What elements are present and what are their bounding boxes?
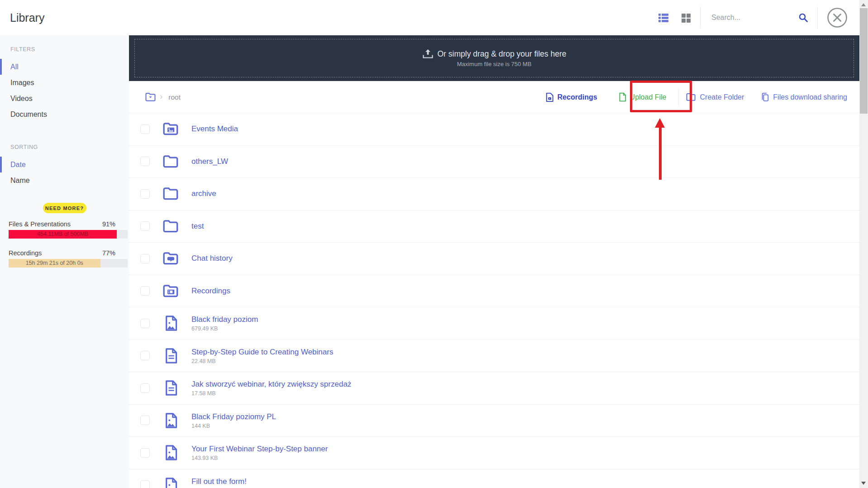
close-icon	[827, 7, 848, 28]
item-name-link[interactable]: Events Media	[191, 124, 238, 134]
item-size: 144 KB	[191, 422, 276, 429]
scrollbar-down-arrow-icon[interactable]	[861, 482, 866, 485]
drag-drop-text: Or simply drag & drop your files here	[438, 49, 567, 59]
item-name-link[interactable]: Jak stworzyć webinar, który zwiększy spr…	[191, 380, 351, 389]
item-name-link[interactable]: Recordings	[191, 287, 230, 296]
list-item[interactable]: Fill out the form! 30.78 KB	[129, 469, 859, 488]
create-folder-button[interactable]: Create Folder	[686, 93, 744, 101]
grid-view-toggle[interactable]	[681, 13, 691, 23]
sorting-section-title: SORTING	[0, 144, 129, 150]
usage-track: 454.11MB of 500MB	[9, 230, 128, 239]
scrollbar-up-arrow-icon[interactable]	[861, 3, 866, 6]
row-checkbox[interactable]	[140, 254, 150, 263]
row-checkbox[interactable]	[140, 319, 150, 328]
row-checkbox[interactable]	[140, 189, 150, 199]
scrollbar[interactable]	[859, 0, 868, 488]
usage-label: Files & Presentations	[9, 220, 71, 228]
item-name-link[interactable]: Step-by-Step Guide to Creating Webinars	[191, 347, 333, 356]
sort-item-name[interactable]: Name	[0, 172, 129, 188]
row-checkbox[interactable]	[140, 383, 150, 393]
files-download-sharing-button[interactable]: Files download sharing	[761, 92, 847, 102]
file-doc-icon	[163, 348, 179, 364]
folder-video-icon	[163, 283, 179, 299]
breadcrumb[interactable]: › root	[145, 81, 181, 113]
list-item[interactable]: Black Friday poziomy PL 144 KB	[129, 405, 859, 437]
list-item[interactable]: Recordings	[129, 275, 859, 308]
filter-item-all[interactable]: All	[0, 59, 129, 75]
scrollbar-thumb[interactable]	[860, 8, 868, 114]
list-item[interactable]: archive	[129, 178, 859, 211]
usage-track: 15h 29m 21s of 20h 0s	[9, 259, 128, 268]
list-item[interactable]: Your First Webinar Step-by-Step banner 1…	[129, 437, 859, 469]
list-item[interactable]: Jak stworzyć webinar, który zwiększy spr…	[129, 372, 859, 405]
drag-drop-dashed-border: Or simply drag & drop your files here Ma…	[134, 39, 854, 77]
filter-item-videos[interactable]: Videos	[0, 91, 129, 106]
close-button[interactable]	[827, 7, 848, 28]
row-checkbox[interactable]	[140, 221, 150, 231]
drag-drop-zone[interactable]: Or simply drag & drop your files here Ma…	[129, 35, 859, 81]
list-item[interactable]: test	[129, 211, 859, 243]
item-name-link[interactable]: Chat history	[191, 254, 233, 263]
item-size: 17.58 MB	[191, 390, 351, 397]
row-checkbox[interactable]	[140, 416, 150, 425]
file-list: Events Media others_LW archive test Chat…	[129, 113, 859, 488]
need-more-button[interactable]: NEED MORE?	[43, 203, 86, 213]
breadcrumb-folder-icon	[145, 92, 157, 102]
recordings-label: Recordings	[558, 93, 597, 101]
item-name-link[interactable]: Black Friday poziomy PL	[191, 412, 276, 421]
filter-item-label: Videos	[10, 95, 33, 102]
page-title: Library	[10, 0, 44, 35]
list-view-icon	[658, 13, 668, 23]
row-checkbox[interactable]	[140, 480, 150, 488]
folder-icon	[163, 219, 179, 234]
row-checkbox[interactable]	[140, 286, 150, 296]
filter-item-label: All	[10, 63, 19, 71]
upload-file-button[interactable]: Upload File	[619, 92, 667, 102]
search-button[interactable]	[798, 12, 809, 23]
upload-file-label: Upload File	[630, 93, 667, 101]
folder-icon	[163, 154, 179, 169]
filter-item-images[interactable]: Images	[0, 75, 129, 91]
folder-media-icon	[163, 121, 179, 137]
files-copy-icon	[761, 92, 769, 102]
list-item[interactable]: Chat history	[129, 243, 859, 275]
filters-section-title: FILTERS	[0, 46, 129, 53]
list-view-toggle[interactable]	[658, 13, 668, 23]
max-file-size-text: Maximum file size is 750 MB	[457, 61, 532, 67]
upload-file-icon	[619, 92, 626, 102]
row-checkbox[interactable]	[140, 157, 150, 166]
list-item[interactable]: others_LW	[129, 146, 859, 178]
storage-usage: Files & Presentations 91% 454.11MB of 50…	[9, 220, 128, 268]
create-folder-icon	[686, 93, 696, 101]
file-image-icon	[163, 413, 179, 428]
row-checkbox[interactable]	[140, 124, 150, 134]
item-name-link[interactable]: test	[191, 222, 204, 231]
list-item[interactable]: Black friday poziom 679.49 KB	[129, 307, 859, 340]
files-download-sharing-label: Files download sharing	[773, 93, 847, 101]
row-checkbox[interactable]	[140, 448, 150, 458]
list-item[interactable]: Step-by-Step Guide to Creating Webinars …	[129, 340, 859, 373]
sidebar: FILTERS AllImagesVideosDocuments SORTING…	[0, 35, 129, 488]
row-checkbox[interactable]	[140, 351, 150, 360]
item-name-link[interactable]: archive	[191, 189, 216, 198]
item-name-link[interactable]: Your First Webinar Step-by-Step banner	[191, 445, 328, 454]
item-name-link[interactable]: Fill out the form!	[191, 477, 247, 486]
toolbar-divider	[678, 88, 679, 106]
sort-item-date[interactable]: Date	[0, 157, 129, 172]
list-item[interactable]: Events Media	[129, 113, 859, 146]
header-divider	[817, 7, 818, 29]
usage-fill: 454.11MB of 500MB	[9, 230, 117, 239]
sorting-list: DateName	[0, 157, 129, 188]
folder-icon	[163, 186, 179, 201]
file-image-icon	[163, 478, 179, 488]
recordings-button[interactable]: Recordings	[545, 92, 597, 102]
item-name-link[interactable]: Black friday poziom	[191, 315, 258, 324]
usage-fill: 15h 29m 21s of 20h 0s	[9, 259, 100, 268]
file-doc-icon	[163, 380, 179, 396]
usage-percent: 91%	[102, 220, 115, 228]
filter-item-documents[interactable]: Documents	[0, 106, 129, 122]
filter-item-label: Images	[10, 79, 34, 86]
sort-item-label: Date	[10, 161, 26, 168]
search-input[interactable]	[711, 10, 792, 25]
item-name-link[interactable]: others_LW	[191, 157, 228, 166]
